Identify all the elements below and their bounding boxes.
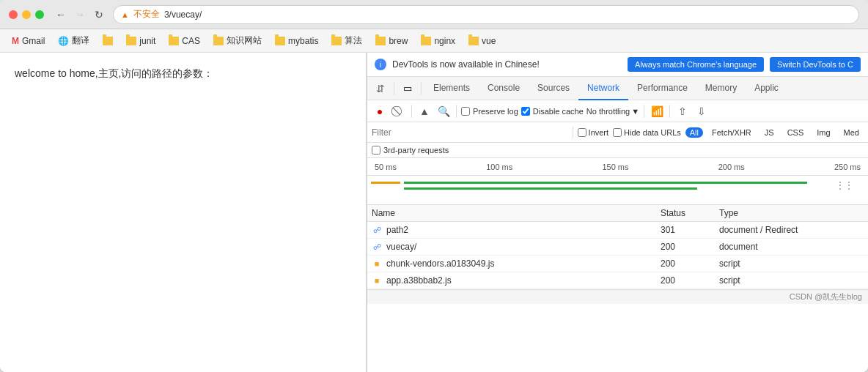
hide-data-urls-label[interactable]: Hide data URLs — [613, 128, 681, 137]
translate-icon: 🌐 — [58, 36, 69, 46]
tab-memory[interactable]: Memory — [696, 77, 746, 100]
wifi-icon[interactable]: 📶 — [649, 103, 665, 119]
filter-tag-med[interactable]: Med — [839, 127, 864, 138]
bookmark-junit-label: junit — [139, 36, 155, 46]
row-type-chunk-vendors: script — [719, 258, 864, 269]
timeline-label-100: 100 ms — [486, 163, 512, 171]
preserve-log-text: Preserve log — [473, 107, 518, 116]
page-text: welcome to home,主页,访问的路径的参数： — [15, 67, 214, 79]
table-row[interactable]: ■ chunk-vendors.a0183049.js 200 script — [367, 256, 868, 272]
reload-button[interactable]: ↻ — [91, 7, 107, 23]
waterfall-area: ⋮⋮ — [367, 176, 868, 205]
record-button[interactable]: ● — [372, 103, 388, 119]
row-type-app: script — [719, 275, 864, 286]
disable-cache-label[interactable]: Disable cache — [521, 107, 584, 116]
timeline-label-200: 200 ms — [718, 163, 745, 171]
tab-performance[interactable]: Performance — [628, 77, 696, 100]
throttle-text: No throttling — [586, 107, 630, 116]
bookmark-knowledge[interactable]: 知识网站 — [207, 32, 268, 49]
tab-console[interactable]: Console — [479, 77, 529, 100]
waterfall-green-bar — [404, 182, 807, 184]
script-icon: ■ — [372, 275, 382, 286]
bookmark-cas-label: CAS — [182, 36, 200, 46]
tab-performance-label: Performance — [637, 83, 688, 93]
preserve-log-label[interactable]: Preserve log — [461, 107, 518, 116]
bookmark-mybatis-label: mybatis — [288, 36, 318, 46]
footer-text: CSDN @凯先生blog — [790, 292, 862, 301]
folder-icon — [169, 37, 179, 45]
bookmark-knowledge-label: 知识网站 — [227, 34, 262, 47]
info-icon: i — [375, 59, 386, 70]
filter-tag-css[interactable]: CSS — [783, 127, 809, 138]
filter-input[interactable] — [372, 127, 568, 138]
notification-text: DevTools is now available in Chinese! — [392, 59, 622, 70]
filter-tag-img[interactable]: Img — [812, 127, 834, 138]
timeline-label-250: 250 ms — [834, 163, 861, 171]
close-button[interactable] — [9, 10, 18, 19]
table-row[interactable]: ☍ path2 301 document / Redirect — [367, 222, 868, 239]
bookmark-gmail-label: Gmail — [22, 36, 45, 46]
invert-label[interactable]: Invert — [578, 128, 609, 137]
back-button[interactable]: ← — [53, 7, 69, 23]
disable-cache-checkbox[interactable] — [521, 107, 530, 116]
bookmark-cas[interactable]: CAS — [163, 34, 206, 48]
forward-button[interactable]: → — [72, 7, 88, 23]
bookmark-nginx[interactable]: nginx — [415, 34, 461, 48]
security-text: 不安全 — [133, 8, 160, 21]
minimize-button[interactable] — [22, 10, 31, 19]
hide-data-urls-checkbox[interactable] — [613, 128, 622, 137]
toolbar-divider4 — [669, 105, 670, 118]
table-header: Name Status Type — [367, 205, 868, 222]
tab-network[interactable]: Network — [578, 77, 628, 100]
filter-icon[interactable]: ▲ — [416, 103, 433, 119]
disable-cache-text: Disable cache — [533, 107, 584, 116]
filter-tag-fetchxhr[interactable]: Fetch/XHR — [707, 127, 756, 138]
timeline-label-50: 50 ms — [375, 163, 397, 171]
bookmark-brew[interactable]: brew — [369, 34, 413, 48]
match-language-button[interactable]: Always match Chrome's language — [628, 57, 764, 72]
table-row[interactable]: ■ app.a38bbab2.js 200 script — [367, 272, 868, 289]
switch-devtools-button[interactable]: Switch DevTools to C — [770, 57, 861, 72]
table-row[interactable]: ☍ vuecay/ 200 document — [367, 239, 868, 256]
security-icon: ▲ — [121, 10, 129, 19]
download-icon[interactable]: ⇩ — [694, 103, 710, 119]
tab-elements[interactable]: Elements — [424, 77, 479, 100]
bookmark-blank[interactable] — [97, 34, 119, 48]
timeline-bar: 50 ms 100 ms 150 ms 200 ms 250 ms — [367, 158, 868, 176]
devtools-panel: i DevTools is now available in Chinese! … — [367, 53, 868, 372]
bookmark-translate[interactable]: 🌐 翻译 — [52, 32, 95, 49]
row-name-path2: ☍ path2 — [372, 225, 661, 235]
bookmark-mybatis[interactable]: mybatis — [269, 34, 324, 48]
tab-application[interactable]: Applic — [746, 77, 787, 100]
preserve-log-checkbox[interactable] — [461, 107, 470, 116]
invert-checkbox[interactable] — [578, 128, 586, 137]
bookmark-algorithm[interactable]: 算法 — [326, 32, 368, 49]
throttle-select[interactable]: No throttling ▼ — [586, 107, 639, 116]
bookmark-gmail[interactable]: M Gmail — [6, 34, 51, 48]
address-bar[interactable]: ▲ 不安全 3/vuecay/ — [113, 5, 859, 24]
upload-icon[interactable]: ⇧ — [674, 103, 691, 119]
waterfall-scroll-dots: ⋮⋮ — [836, 180, 853, 190]
page-content: welcome to home,主页,访问的路径的参数： — [0, 53, 367, 372]
bookmark-brew-label: brew — [389, 36, 408, 46]
doc-icon: ☍ — [372, 225, 382, 235]
tab-sources-label: Sources — [537, 83, 570, 93]
filter-tag-all[interactable]: All — [685, 127, 703, 138]
header-type: Type — [719, 208, 864, 218]
waterfall-orange-bar — [371, 182, 400, 184]
maximize-button[interactable] — [35, 10, 44, 19]
third-party-text: 3rd-party requests — [383, 146, 449, 155]
nav-buttons: ← → ↻ — [53, 7, 107, 23]
bookmark-junit[interactable]: junit — [120, 34, 161, 48]
toolbar-divider3 — [644, 105, 644, 118]
filter-tag-js[interactable]: JS — [760, 127, 779, 138]
title-bar: ← → ↻ ▲ 不安全 3/vuecay/ — [0, 0, 868, 29]
bookmark-vue[interactable]: vue — [463, 34, 501, 48]
clear-button[interactable]: ⃠ — [391, 103, 407, 119]
third-party-label[interactable]: 3rd-party requests — [372, 146, 449, 155]
tab-sources[interactable]: Sources — [529, 77, 578, 100]
third-party-checkbox[interactable] — [372, 146, 380, 155]
hide-data-urls-text: Hide data URLs — [624, 128, 681, 137]
search-button[interactable]: 🔍 — [435, 103, 452, 119]
row-type-path2: document / Redirect — [719, 225, 864, 235]
